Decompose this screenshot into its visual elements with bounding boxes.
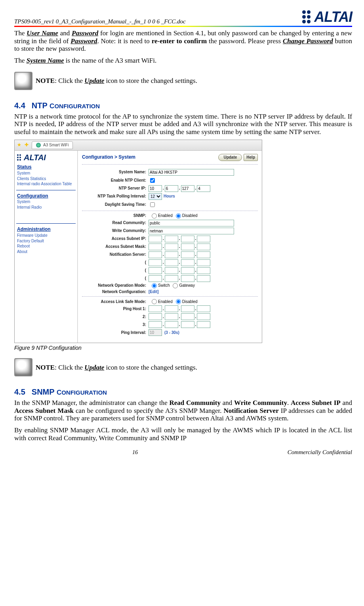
change-password-term: Change Password: [283, 37, 333, 45]
read-community-label: Read Community:: [82, 221, 149, 225]
ns2-oct4[interactable]: [197, 259, 210, 266]
write-community-label: Write Community:: [82, 228, 149, 233]
ntp-enable-checkbox[interactable]: [150, 178, 155, 183]
asip-oct1[interactable]: [149, 236, 162, 242]
switch-radio[interactable]: [152, 283, 157, 288]
ns3-oct2[interactable]: [165, 267, 178, 274]
als-disabled-radio[interactable]: [176, 299, 181, 304]
ns1-oct1[interactable]: [149, 251, 162, 258]
sidebar-radio-assoc[interactable]: Internal radio Association Table: [15, 181, 77, 187]
note-row-2: NOTE: Click the Update icon to store the…: [14, 358, 352, 376]
ns4-oct3[interactable]: [181, 275, 194, 282]
sidebar-cfg-radio[interactable]: Internal Radio: [15, 205, 77, 210]
ntp-ip-label: NTP Server IP:: [82, 186, 149, 191]
sidebar-factory-default[interactable]: Factory Default: [15, 238, 77, 244]
access-subnet-mask-term: Access Subnet Mask: [14, 407, 74, 414]
favorite-star-icon: ★: [17, 142, 21, 148]
sidebar-cfg-system[interactable]: System: [15, 199, 77, 205]
breadcrumb: Configuration > System: [82, 155, 135, 160]
ns2-oct1[interactable]: [149, 259, 162, 266]
ping-host-3-label: 3:: [82, 322, 149, 327]
dst-label: Daylight Saving Time:: [82, 202, 149, 207]
ss-form: System Name: Enable NTP Client: NTP Serv…: [82, 165, 258, 341]
ph2-oct4[interactable]: [197, 313, 210, 320]
ping-interval-range: (3 - 30s): [164, 330, 179, 335]
sidebar-system[interactable]: System: [15, 171, 77, 176]
update-term: Update: [84, 364, 104, 371]
ns1-oct3[interactable]: [181, 251, 194, 258]
tab-favicon-icon: [36, 143, 41, 148]
ntp-poll-select[interactable]: 12: [149, 193, 162, 200]
als-enabled-radio[interactable]: [152, 299, 157, 304]
ping-host-1-label: Ping Host 1:: [82, 307, 149, 311]
write-community-input[interactable]: [149, 228, 234, 234]
ns1-oct2[interactable]: [165, 251, 178, 258]
password-term-2: Password: [71, 37, 97, 45]
page-number: 16: [132, 449, 138, 456]
sidebar-admin[interactable]: Administration: [15, 225, 77, 233]
ns4-oct1[interactable]: [149, 275, 162, 282]
access-subnet-ip-label: Access Subnet IP:: [82, 236, 149, 241]
ph1-oct3[interactable]: [181, 305, 194, 312]
ph2-oct1[interactable]: [149, 313, 162, 320]
altai-logo: ALTAI: [302, 9, 352, 25]
ph3-oct4[interactable]: [197, 321, 210, 328]
help-button[interactable]: Help: [244, 154, 258, 161]
ns3-oct1[interactable]: [149, 267, 162, 274]
page-header: TPS09-005_rev1 0_A3_Configuration_Manual…: [14, 9, 352, 25]
ntp-ip-oct4[interactable]: [197, 185, 210, 192]
notification-server-label: Notification Server:: [82, 252, 149, 257]
update-button[interactable]: Update: [218, 154, 242, 161]
edit-link[interactable]: [Edit]: [149, 290, 159, 294]
snmp-label: SNMP:: [82, 213, 149, 218]
note-label: NOTE: [36, 77, 55, 84]
ph1-oct4[interactable]: [197, 305, 210, 312]
ph2-oct3[interactable]: [181, 313, 194, 320]
ntp-enable-label: Enable NTP Client:: [82, 178, 149, 183]
ntp-ip-oct1[interactable]: [149, 185, 162, 192]
asm-oct1[interactable]: [149, 244, 162, 250]
ns3-oct4[interactable]: [197, 267, 210, 274]
ntp-ip-oct2[interactable]: [165, 185, 178, 192]
sidebar-config[interactable]: Configuration: [15, 192, 77, 199]
asip-oct2[interactable]: [165, 236, 178, 242]
gateway-radio[interactable]: [173, 283, 178, 288]
ph2-oct2[interactable]: [165, 313, 178, 320]
asm-oct4[interactable]: [197, 244, 210, 250]
asip-oct4[interactable]: [197, 236, 210, 242]
sidebar-clients-stats[interactable]: Clients Statistics: [15, 176, 77, 182]
ns4-oct2[interactable]: [165, 275, 178, 282]
logo-braille-icon: [302, 10, 311, 24]
read-community-input[interactable]: [149, 220, 234, 226]
sidebar-fw-update[interactable]: Firmware Update: [15, 233, 77, 238]
ntp-ip-oct3[interactable]: [181, 185, 194, 192]
note-label: NOTE: [36, 364, 55, 371]
ns3-paren: (: [82, 268, 149, 273]
sidebar-status[interactable]: Status: [15, 163, 77, 171]
ph3-oct1[interactable]: [149, 321, 162, 328]
ns2-oct2[interactable]: [165, 259, 178, 266]
ph3-oct2[interactable]: [165, 321, 178, 328]
paragraph-4: In the SNMP Manager, the administrator c…: [14, 399, 352, 422]
sidebar-about[interactable]: About: [15, 249, 77, 255]
snmp-enabled-radio[interactable]: [152, 213, 157, 219]
doc-filename: TPS09-005_rev1 0_A3_Configuration_Manual…: [14, 18, 186, 25]
ph1-oct2[interactable]: [165, 305, 178, 312]
ns1-oct4[interactable]: [197, 251, 210, 258]
ns3-oct3[interactable]: [181, 267, 194, 274]
sidebar-reboot[interactable]: Reboot: [15, 244, 77, 249]
system-name-term: System Name: [27, 57, 64, 64]
asip-oct3[interactable]: [181, 236, 194, 242]
write-community-term: Write Community: [234, 399, 287, 407]
ph1-oct1[interactable]: [149, 305, 162, 312]
asm-oct3[interactable]: [181, 244, 194, 250]
ns2-oct3[interactable]: [181, 259, 194, 266]
ph3-oct3[interactable]: [181, 321, 194, 328]
dst-checkbox[interactable]: [150, 202, 155, 207]
snmp-disabled-radio[interactable]: [176, 213, 181, 219]
systemname-input[interactable]: [149, 169, 234, 176]
browser-tab[interactable]: A3 Smart WiFi: [32, 141, 73, 149]
asm-oct2[interactable]: [165, 244, 178, 250]
ns4-oct4[interactable]: [197, 275, 210, 282]
ntp-poll-label: NTP Task Polling Interval:: [82, 194, 149, 199]
